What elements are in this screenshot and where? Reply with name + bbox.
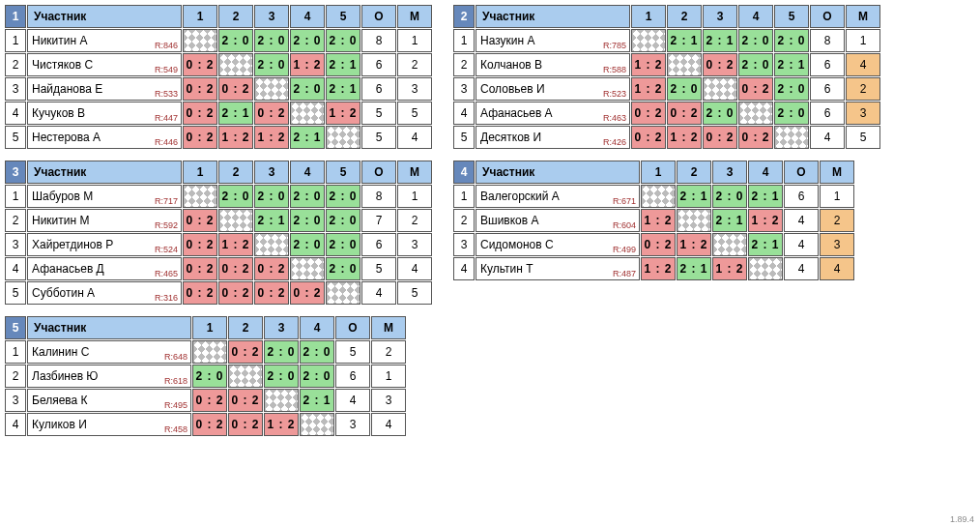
participant-name-text: Вшивков А xyxy=(480,214,538,227)
self-cell xyxy=(641,185,676,208)
table-row: 1Калинин СR:6480 : 22 : 02 : 052 xyxy=(5,340,406,364)
rating-label: R:604 xyxy=(613,220,636,230)
participant-name-text: Никитин М xyxy=(32,214,89,227)
self-cell xyxy=(183,185,217,208)
participant-name-text: Беляева К xyxy=(32,394,88,407)
participant-name-text: Шабуров М xyxy=(32,190,93,203)
place-cell: 4 xyxy=(397,126,432,149)
score-cell: 1 : 2 xyxy=(712,257,747,280)
score-cell: 2 : 0 xyxy=(254,29,289,52)
rating-label: R:592 xyxy=(155,220,178,230)
participant-name: Хайретдинов РR:524 xyxy=(27,233,182,256)
rating-label: R:785 xyxy=(603,41,626,50)
participant-name-text: Кучуков В xyxy=(32,106,85,120)
place-cell: 2 xyxy=(397,53,432,76)
participant-name-text: Лазбинев Ю xyxy=(32,369,99,383)
score-cell: 1 : 2 xyxy=(748,209,783,232)
rating-label: R:495 xyxy=(164,400,187,410)
column-header: 3 xyxy=(712,161,747,184)
column-header: 1 xyxy=(183,5,217,28)
participant-name: Калинин СR:648 xyxy=(27,340,191,364)
table-row: 5Субботин АR:3160 : 20 : 20 : 20 : 245 xyxy=(5,281,432,305)
participant-name-text: Афанасьев А xyxy=(480,106,553,120)
group-number: 4 xyxy=(453,161,475,184)
score-cell: 2 : 0 xyxy=(738,53,773,76)
score-cell: 1 : 2 xyxy=(631,53,666,76)
row-index: 1 xyxy=(5,29,26,52)
score-cell: 2 : 0 xyxy=(703,102,737,125)
self-cell xyxy=(703,77,737,101)
score-cell: 2 : 1 xyxy=(300,389,334,412)
table-row: 4Афанасьев ДR:4650 : 20 : 20 : 22 : 054 xyxy=(5,257,432,280)
place-cell: 3 xyxy=(397,233,432,256)
participant-name: Никитин АR:846 xyxy=(27,29,182,52)
column-header: 4 xyxy=(748,161,783,184)
row-index: 3 xyxy=(5,389,26,412)
score-cell: 0 : 2 xyxy=(228,389,263,412)
participant-header: Участник xyxy=(27,5,182,28)
group-table: 2Участник12345ОМ1Назукин АR:7852 : 12 : … xyxy=(452,4,881,150)
self-cell xyxy=(218,53,253,76)
table-row: 4Куликов ИR:4580 : 20 : 21 : 234 xyxy=(5,413,406,436)
score-cell: 0 : 2 xyxy=(183,126,217,149)
score-cell: 2 : 0 xyxy=(254,185,289,208)
points-header: О xyxy=(810,5,845,28)
score-cell: 2 : 1 xyxy=(326,53,360,76)
score-cell: 0 : 2 xyxy=(254,281,289,305)
column-header: 2 xyxy=(667,5,702,28)
participant-name: Сидомонов СR:499 xyxy=(476,233,640,256)
row-index: 3 xyxy=(5,77,26,101)
self-cell xyxy=(326,126,360,149)
row-index: 4 xyxy=(5,257,26,280)
group-number: 2 xyxy=(453,5,475,28)
self-cell xyxy=(631,29,666,52)
row-index: 2 xyxy=(5,365,26,388)
score-cell: 2 : 0 xyxy=(264,365,299,388)
points-cell: 6 xyxy=(784,185,819,208)
score-cell: 2 : 0 xyxy=(326,257,360,280)
score-cell: 2 : 0 xyxy=(300,365,334,388)
participant-name: Чистяков СR:549 xyxy=(27,53,182,76)
column-header: 5 xyxy=(774,5,809,28)
participant-header: Участник xyxy=(27,316,191,339)
score-cell: 2 : 0 xyxy=(218,29,253,52)
participant-name: Афанасьев ДR:465 xyxy=(27,257,182,280)
score-cell: 2 : 1 xyxy=(748,185,783,208)
row-index: 3 xyxy=(453,233,475,256)
place-cell: 4 xyxy=(371,413,406,436)
score-cell: 2 : 1 xyxy=(712,209,747,232)
group-number: 3 xyxy=(5,161,26,184)
score-cell: 2 : 0 xyxy=(290,185,325,208)
participant-name-text: Назукин А xyxy=(480,34,535,47)
points-header: О xyxy=(784,161,819,184)
column-header: 2 xyxy=(677,161,711,184)
points-cell: 5 xyxy=(361,102,396,125)
place-cell: 1 xyxy=(846,29,880,52)
self-cell xyxy=(326,281,360,305)
score-cell: 2 : 0 xyxy=(254,53,289,76)
participant-name: Десятков ИR:426 xyxy=(476,126,630,149)
row-index: 1 xyxy=(5,340,26,364)
score-cell: 2 : 1 xyxy=(748,233,783,256)
table-row: 3Найданова ЕR:5330 : 20 : 22 : 02 : 163 xyxy=(5,77,432,101)
column-header: 2 xyxy=(218,161,253,184)
rating-label: R:523 xyxy=(603,89,626,99)
points-cell: 6 xyxy=(361,77,396,101)
participant-name-text: Никитин А xyxy=(32,34,88,47)
score-cell: 1 : 2 xyxy=(254,126,289,149)
place-cell: 4 xyxy=(846,53,880,76)
score-cell: 1 : 2 xyxy=(218,233,253,256)
score-cell: 2 : 0 xyxy=(192,365,227,388)
participant-name: Нестерова АR:446 xyxy=(27,126,182,149)
table-row: 4Культин ТR:4871 : 22 : 11 : 244 xyxy=(453,257,854,280)
points-cell: 8 xyxy=(361,185,396,208)
score-cell: 2 : 0 xyxy=(326,209,360,232)
points-cell: 7 xyxy=(361,209,396,232)
score-cell: 1 : 2 xyxy=(631,77,666,101)
points-cell: 4 xyxy=(784,233,819,256)
self-cell xyxy=(218,209,253,232)
participant-name: Колчанов ВR:588 xyxy=(476,53,630,76)
score-cell: 2 : 0 xyxy=(300,340,334,364)
participant-header: Участник xyxy=(476,5,630,28)
score-cell: 2 : 0 xyxy=(774,29,809,52)
